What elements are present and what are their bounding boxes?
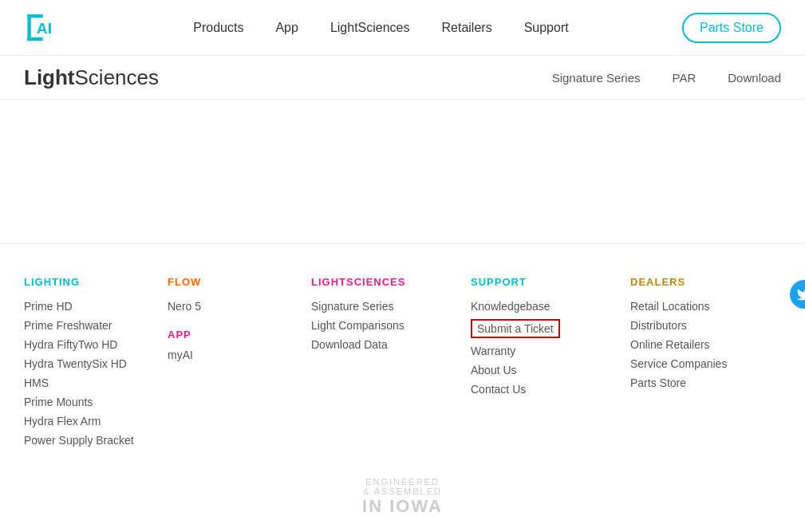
lighting-prime-mounts[interactable]: Prime Mounts <box>24 396 93 408</box>
flow-list: Nero 5 <box>168 300 295 313</box>
footer-social-row: LIGHTING Prime HD Prime Freshwater Hydra… <box>24 276 781 453</box>
dealers-service-companies[interactable]: Service Companies <box>630 357 727 370</box>
lighting-power-supply[interactable]: Power Supply Bracket <box>24 434 134 447</box>
main-header: AI Products App LightSciences Retailers … <box>0 0 805 56</box>
lighting-prime-hd[interactable]: Prime HD <box>24 300 73 313</box>
lighting-heading: LIGHTING <box>24 276 152 288</box>
engineered-line2: & ASSEMBLED <box>24 487 781 496</box>
app-heading: APP <box>168 329 295 341</box>
nav-support[interactable]: Support <box>524 21 569 34</box>
footer-col-lighting: LIGHTING Prime HD Prime Freshwater Hydra… <box>24 276 152 453</box>
dealers-distributors[interactable]: Distributors <box>630 319 687 332</box>
footer-col-flow: FLOW Nero 5 APP myAI <box>168 276 295 453</box>
sub-nav-signature[interactable]: Signature Series <box>552 71 641 85</box>
footer: LIGHTING Prime HD Prime Freshwater Hydra… <box>0 243 805 532</box>
nav-lightsciences[interactable]: LightSciences <box>330 21 410 34</box>
svg-rect-1 <box>27 14 42 17</box>
lighting-hydra-fiftytwo[interactable]: Hydra FiftyTwo HD <box>24 338 117 351</box>
support-knowledgebase[interactable]: Knowledgebase <box>471 300 550 313</box>
svg-rect-0 <box>27 14 30 40</box>
dealers-heading: DEALERS <box>630 276 774 288</box>
twitter-icon[interactable] <box>790 280 805 309</box>
app-myai[interactable]: myAI <box>168 349 193 361</box>
dealers-parts-store[interactable]: Parts Store <box>630 376 686 389</box>
nav-retailers[interactable]: Retailers <box>442 21 492 34</box>
title-sciences: Sciences <box>75 65 160 89</box>
footer-col-lightsciences: LIGHTSCIENCES Signature Series Light Com… <box>311 276 455 453</box>
app-list: myAI <box>168 349 295 361</box>
submit-ticket-highlight: Submit a Ticket <box>471 319 560 338</box>
lighting-hydra-twentysix[interactable]: Hydra TwentySix HD <box>24 357 127 370</box>
dealers-retail-locations[interactable]: Retail Locations <box>630 300 710 313</box>
footer-col-dealers: DEALERS Retail Locations Distributors On… <box>630 276 774 453</box>
social-icons <box>790 276 805 453</box>
main-nav: Products App LightSciences Retailers Sup… <box>193 21 568 35</box>
ls-light-comparisons[interactable]: Light Comparisons <box>311 319 404 332</box>
support-about-us[interactable]: About Us <box>471 364 517 376</box>
ls-download-data[interactable]: Download Data <box>311 338 388 351</box>
footer-col-support: SUPPORT Knowledgebase Submit a Ticket Wa… <box>471 276 614 453</box>
support-list: Knowledgebase Submit a Ticket Warranty A… <box>471 300 614 396</box>
title-light: Light <box>24 65 75 89</box>
sub-nav: Signature Series PAR Download <box>552 71 781 85</box>
footer-columns: LIGHTING Prime HD Prime Freshwater Hydra… <box>24 276 790 453</box>
sub-nav-download[interactable]: Download <box>728 71 781 85</box>
lighting-hms[interactable]: HMS <box>24 376 49 389</box>
main-content <box>0 100 805 243</box>
lightsciences-heading: LIGHTSCIENCES <box>311 276 455 288</box>
parts-store-button[interactable]: Parts Store <box>682 13 781 43</box>
flow-nero5[interactable]: Nero 5 <box>168 300 201 313</box>
support-warranty[interactable]: Warranty <box>471 345 515 357</box>
support-submit-ticket[interactable]: Submit a Ticket <box>477 322 554 335</box>
flow-heading: FLOW <box>168 276 295 288</box>
footer-bottom: ENGINEERED & ASSEMBLED IN IOWA <box>24 453 781 517</box>
sub-header-title: LightSciences <box>24 65 159 90</box>
engineered-line1: ENGINEERED <box>24 477 781 487</box>
lighting-prime-freshwater[interactable]: Prime Freshwater <box>24 319 112 332</box>
lighting-list: Prime HD Prime Freshwater Hydra FiftyTwo… <box>24 300 152 447</box>
sub-nav-par[interactable]: PAR <box>673 71 696 85</box>
lightsciences-list: Signature Series Light Comparisons Downl… <box>311 300 455 351</box>
support-heading: SUPPORT <box>471 276 614 288</box>
nav-products[interactable]: Products <box>193 21 243 34</box>
svg-text:AI: AI <box>37 20 52 37</box>
ls-signature-series[interactable]: Signature Series <box>311 300 394 313</box>
nav-app[interactable]: App <box>275 21 298 34</box>
logo[interactable]: AI <box>24 8 80 48</box>
engineered-line3: IN IOWA <box>24 496 781 517</box>
support-contact-us[interactable]: Contact Us <box>471 383 526 396</box>
sub-header: LightSciences Signature Series PAR Downl… <box>0 56 805 100</box>
svg-rect-2 <box>27 37 42 40</box>
lighting-hydra-flex-arm[interactable]: Hydra Flex Arm <box>24 415 101 428</box>
dealers-list: Retail Locations Distributors Online Ret… <box>630 300 774 389</box>
dealers-online-retailers[interactable]: Online Retailers <box>630 338 710 351</box>
